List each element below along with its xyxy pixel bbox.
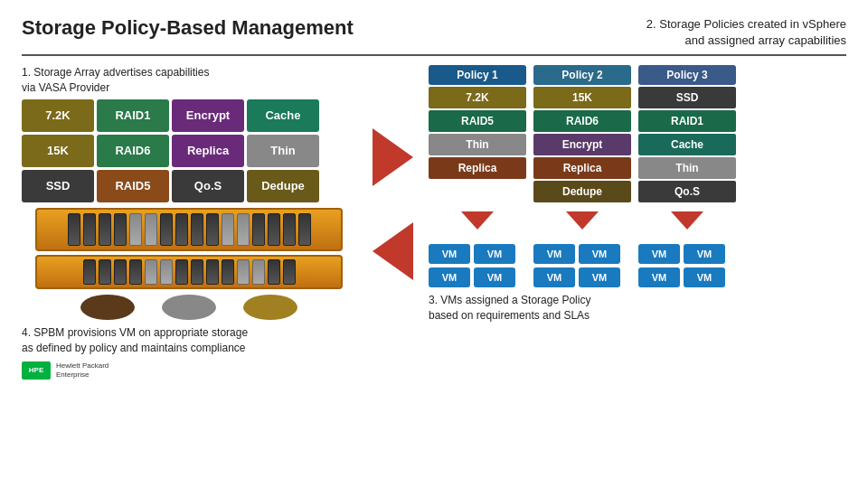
policy-1-tile-3: Thin — [429, 134, 526, 155]
drive-8 — [175, 213, 188, 246]
down-arrow-2 — [566, 211, 599, 230]
drive-7 — [160, 213, 173, 246]
vm-pair-3-2: VM VM — [638, 267, 736, 287]
drive2-4 — [129, 259, 142, 285]
step4-section: 4. SPBM provisions VM on appropriate sto… — [22, 325, 356, 380]
cap-tile-cache: Cache — [247, 99, 319, 132]
vm-group-3: VM VM VM VM — [638, 244, 736, 287]
drive2-2 — [99, 259, 111, 285]
drive-11 — [222, 213, 234, 246]
cap-tile-replica: Replica — [172, 135, 244, 167]
policy-1-header: Policy 1 — [429, 65, 526, 85]
header-note: 2. Storage Policies created in vSphere a… — [646, 16, 846, 49]
policy-2-tile-5: Dedupe — [533, 181, 631, 202]
policy-2-header: Policy 2 — [533, 65, 631, 85]
drive2-13 — [268, 259, 280, 285]
arrows-column — [356, 65, 429, 280]
step3-text: 3. VMs assigned a Storage Policy based o… — [429, 293, 846, 324]
drive-9 — [191, 213, 203, 246]
drive-10 — [206, 213, 219, 246]
policy-3-tile-4: Thin — [638, 157, 736, 179]
page: Storage Policy-Based Management 2. Stora… — [0, 0, 868, 488]
drive2-10 — [222, 259, 234, 285]
vm-2-2: VM — [579, 244, 620, 264]
down-arrows-row — [429, 208, 846, 233]
step4-text: 4. SPBM provisions VM on appropriate sto… — [22, 325, 356, 356]
drive2-14 — [283, 259, 296, 285]
circle-gray — [162, 295, 216, 320]
policy-2-tile-3: Encrypt — [533, 134, 631, 155]
policy-2-tile-1: 15K — [533, 87, 631, 108]
drive2-11 — [237, 259, 250, 285]
left-panel: 1. Storage Array advertises capabilities… — [22, 65, 356, 379]
drive2-3 — [114, 259, 127, 285]
drive2-9 — [206, 259, 219, 285]
vm-3-1: VM — [638, 244, 680, 264]
policy-1-tile-2: RAID5 — [429, 110, 526, 132]
cap-tile-qos: Qo.S — [172, 170, 244, 202]
vm-1-4: VM — [474, 267, 515, 287]
main-content: 1. Storage Array advertises capabilities… — [22, 65, 846, 477]
down-arrow-1-container — [429, 208, 526, 233]
cap-tile-raid5: RAID5 — [97, 170, 169, 202]
arrow-right-icon — [373, 128, 413, 186]
hpe-logo-text: HPE — [29, 366, 43, 374]
vm-pair-3-1: VM VM — [638, 244, 736, 264]
drive2-1 — [83, 259, 96, 285]
drive-4 — [114, 213, 127, 246]
storage-array — [35, 208, 343, 251]
drive-15 — [283, 213, 296, 246]
cap-tile-raid6: RAID6 — [97, 135, 169, 167]
cap-tile-dedupe: Dedupe — [247, 170, 319, 202]
cap-tile-15k: 15K — [22, 135, 94, 167]
hpe-logo: HPE Hewlett Packard Enterprise — [22, 361, 356, 380]
circle-dark — [80, 295, 135, 320]
policy-2-tile-2: RAID6 — [533, 110, 631, 132]
drive-16 — [298, 213, 311, 246]
vm-group-1: VM VM VM VM — [429, 244, 526, 287]
cap-tile-encrypt: Encrypt — [172, 99, 244, 132]
header: Storage Policy-Based Management 2. Stora… — [22, 16, 846, 56]
policy-2-card: Policy 2 15K RAID6 Encrypt Replica Dedup… — [533, 65, 631, 202]
drive2-7 — [175, 259, 188, 285]
drive2-5 — [145, 259, 157, 285]
vasa-label: 1. Storage Array advertises capabilities… — [22, 65, 356, 96]
cap-tile-ssd: SSD — [22, 170, 94, 202]
drive2-8 — [191, 259, 203, 285]
cap-tile-thin: Thin — [247, 135, 319, 167]
vm-3-3: VM — [638, 267, 680, 287]
drive2-6 — [160, 259, 173, 285]
cap-tile-72k: 7.2K — [22, 99, 94, 132]
drive-12 — [237, 213, 250, 246]
drive-5 — [129, 213, 142, 246]
vm-pair-1-2: VM VM — [429, 267, 526, 287]
policy-1-card: Policy 1 7.2K RAID5 Thin Replica — [429, 65, 526, 179]
storage-array-2 — [35, 255, 343, 289]
policy-2-tile-4: Replica — [533, 157, 631, 179]
drive-14 — [268, 213, 280, 246]
vm-3-2: VM — [684, 244, 725, 264]
cap-tile-raid1: RAID1 — [97, 99, 169, 132]
vm-pair-2-2: VM VM — [533, 267, 631, 287]
drive-3 — [99, 213, 111, 246]
down-arrow-1 — [461, 211, 494, 230]
circle-gold — [243, 295, 297, 320]
arrow-right-group — [373, 128, 413, 186]
vm-group-2: VM VM VM VM — [533, 244, 631, 287]
vm-2-3: VM — [533, 267, 575, 287]
policy-3-tile-2: RAID1 — [638, 110, 736, 132]
vm-1-2: VM — [474, 244, 515, 264]
vms-area: VM VM VM VM VM VM VM VM — [429, 244, 846, 287]
drive-6 — [145, 213, 157, 246]
policy-3-card: Policy 3 SSD RAID1 Cache Thin Qo.S — [638, 65, 736, 202]
down-arrow-3-container — [638, 208, 736, 233]
policy-1-tile-1: 7.2K — [429, 87, 526, 108]
storage-illustration — [22, 208, 356, 320]
vm-pair-2-1: VM VM — [533, 244, 631, 264]
down-arrow-3 — [671, 211, 703, 230]
right-panel: Policy 1 7.2K RAID5 Thin Replica Policy … — [429, 65, 846, 324]
vm-1-1: VM — [429, 244, 470, 264]
vm-1-3: VM — [429, 267, 470, 287]
policy-3-header: Policy 3 — [638, 65, 736, 85]
policy-3-tile-5: Qo.S — [638, 181, 736, 202]
